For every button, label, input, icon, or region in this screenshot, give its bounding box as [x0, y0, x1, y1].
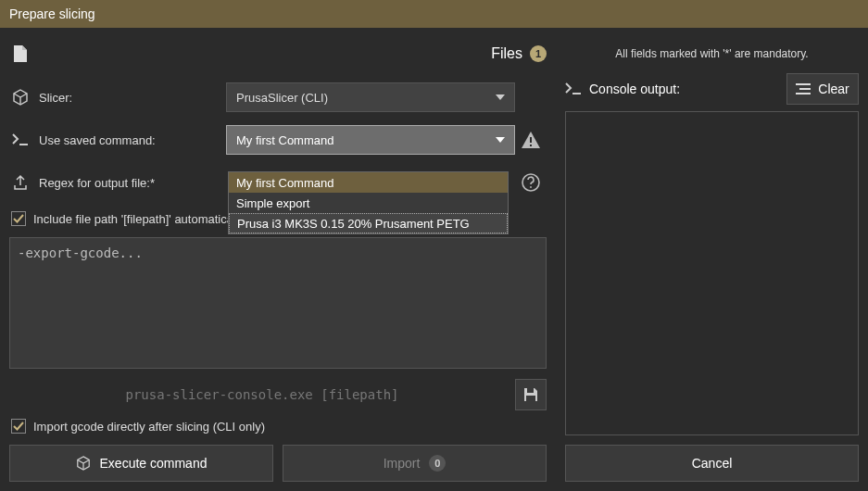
window-title: Prepare slicing — [9, 6, 95, 21]
console-output[interactable] — [565, 111, 859, 435]
import-after-checkbox[interactable] — [11, 419, 26, 434]
slicer-value: PrusaSlicer (CLI) — [236, 91, 328, 105]
command-preview: prusa-slicer-console.exe [filepath] — [9, 387, 515, 402]
save-icon — [522, 386, 539, 403]
command-textarea[interactable] — [9, 237, 547, 369]
mandatory-hint: All fields marked with '*' are mandatory… — [565, 37, 859, 70]
svg-rect-0 — [530, 137, 532, 143]
clear-icon — [796, 83, 811, 94]
saved-command-dropdown[interactable]: My first Command Simple export Prusa i3 … — [228, 171, 509, 234]
slicer-label: Slicer: — [31, 91, 226, 105]
files-count-badge: 1 — [530, 45, 547, 62]
svg-rect-5 — [526, 396, 535, 401]
console-label: Console output: — [589, 82, 779, 96]
prompt-icon — [565, 82, 582, 95]
regex-label: Regex for output file:* — [31, 176, 226, 190]
cube-icon — [9, 89, 31, 106]
upload-icon — [9, 174, 31, 191]
execute-button[interactable]: Execute command — [9, 445, 273, 482]
prompt-icon — [9, 133, 31, 146]
dropdown-option[interactable]: Simple export — [229, 193, 508, 213]
cube-icon — [76, 456, 91, 471]
left-panel: Files 1 Slicer: PrusaSlicer (CLI) — [0, 28, 556, 491]
cancel-button[interactable]: Cancel — [565, 445, 859, 482]
clear-button[interactable]: Clear — [786, 73, 859, 105]
files-label: Files — [491, 45, 522, 62]
import-after-row[interactable]: Import gcode directly after slicing (CLI… — [9, 415, 547, 437]
saved-command-value: My first Command — [236, 133, 333, 147]
clear-label: Clear — [818, 82, 849, 96]
saved-command-label: Use saved command: — [31, 133, 226, 147]
help-icon[interactable] — [515, 173, 547, 192]
svg-point-3 — [530, 186, 532, 188]
import-after-label: Import gcode directly after slicing (CLI… — [33, 420, 265, 434]
chevron-down-icon — [496, 137, 505, 143]
title-bar: Prepare slicing — [0, 0, 868, 28]
import-label: Import — [384, 456, 421, 471]
dropdown-option[interactable]: Prusa i3 MK3S 0.15 20% Prusament PETG — [229, 213, 508, 233]
chevron-down-icon — [496, 94, 505, 100]
save-button[interactable] — [515, 379, 547, 410]
right-panel: All fields marked with '*' are mandatory… — [556, 28, 868, 491]
slicer-select[interactable]: PrusaSlicer (CLI) — [226, 82, 515, 112]
cancel-label: Cancel — [692, 456, 733, 471]
import-count-badge: 0 — [429, 455, 446, 472]
execute-label: Execute command — [100, 456, 208, 471]
dropdown-option[interactable]: My first Command — [229, 172, 508, 193]
svg-rect-1 — [530, 145, 532, 146]
include-filepath-checkbox[interactable] — [11, 211, 26, 226]
file-icon — [9, 44, 31, 63]
saved-command-select[interactable]: My first Command — [226, 125, 515, 155]
svg-rect-4 — [527, 388, 534, 393]
warning-icon[interactable] — [515, 132, 547, 148]
import-button[interactable]: Import 0 — [283, 445, 547, 482]
